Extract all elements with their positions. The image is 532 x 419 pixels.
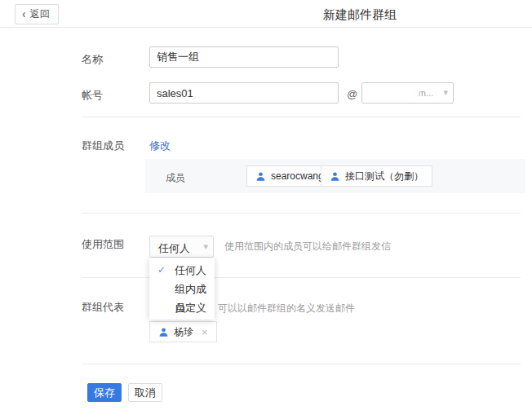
divider xyxy=(82,117,521,117)
scope-select[interactable]: 任何人 ▾ xyxy=(149,236,214,258)
representative-tag[interactable]: 杨珍 × xyxy=(149,321,217,342)
scope-hint: 使用范围内的成员可以给邮件群组发信 xyxy=(224,240,391,254)
member-tag[interactable]: searocwang xyxy=(246,165,333,187)
representative-hint: 可以以邮件群组的名义发送邮件 xyxy=(218,302,355,315)
divider xyxy=(82,277,521,278)
member-tag-label: 接口测试（勿删） xyxy=(345,170,423,183)
scope-option-label: 任何人 xyxy=(175,264,206,276)
representative-label: 群组代表 xyxy=(82,300,124,315)
scope-dropdown: ✓ 任何人 组内成员 自定义 xyxy=(149,258,215,320)
scope-label: 使用范围 xyxy=(82,237,124,252)
account-label: 帐号 xyxy=(82,88,103,103)
close-icon[interactable]: × xyxy=(202,326,208,338)
back-button-label: 返回 xyxy=(30,7,50,21)
at-symbol: @ xyxy=(347,88,357,100)
domain-blur-mask xyxy=(364,84,415,102)
save-button[interactable]: 保存 xyxy=(87,383,122,402)
person-icon xyxy=(255,171,266,182)
member-tag-label: searocwang xyxy=(271,170,324,182)
chevron-left-icon: ‹ xyxy=(22,8,26,20)
divider xyxy=(82,213,521,214)
domain-select[interactable]: ang.m... ▾ xyxy=(361,82,454,104)
person-icon xyxy=(330,171,340,182)
member-sublabel: 成员 xyxy=(166,171,185,185)
top-bar: ‹ 返回 新建邮件群组 xyxy=(0,0,532,28)
divider xyxy=(82,364,521,364)
representative-tag-label: 杨珍 xyxy=(174,325,193,339)
scope-option-label: 自定义 xyxy=(175,302,206,314)
scope-option-custom[interactable]: 自定义 xyxy=(149,298,215,317)
check-icon: ✓ xyxy=(157,261,166,280)
account-input[interactable] xyxy=(149,82,339,104)
page-title: 新建邮件群组 xyxy=(266,7,454,23)
group-members-label: 群组成员 xyxy=(82,139,124,153)
caret-down-icon: ▾ xyxy=(203,241,208,252)
member-tag[interactable]: 接口测试（勿删） xyxy=(321,165,432,187)
name-input[interactable] xyxy=(149,46,339,68)
caret-down-icon: ▾ xyxy=(443,87,448,98)
scope-option-group-members[interactable]: 组内成员 xyxy=(149,280,215,298)
name-label: 名称 xyxy=(82,52,103,67)
new-mail-group-page: ‹ 返回 新建邮件群组 名称 帐号 @ ang.m... ▾ 群组成员 修改 成… xyxy=(0,0,532,419)
scope-option-anyone[interactable]: ✓ 任何人 xyxy=(149,261,215,280)
cancel-button[interactable]: 取消 xyxy=(128,383,162,402)
back-button[interactable]: ‹ 返回 xyxy=(15,4,59,24)
modify-members-link[interactable]: 修改 xyxy=(149,139,171,153)
person-icon xyxy=(158,327,169,337)
members-panel: 成员 searocwang 接口测试（勿删） xyxy=(145,159,525,193)
scope-select-value: 任何人 xyxy=(158,241,190,256)
